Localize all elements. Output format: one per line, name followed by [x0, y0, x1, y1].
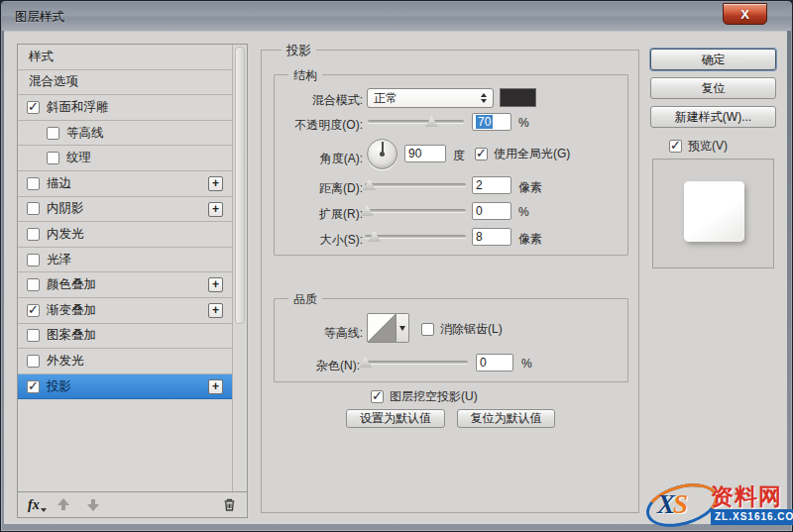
sidebar-item-label: 颜色叠加 [47, 276, 96, 293]
reset-button[interactable]: 复位 [650, 77, 776, 99]
spread-input[interactable]: 0 [472, 202, 511, 220]
sidebar-item-outer-glow[interactable]: 外发光 [18, 349, 232, 374]
contour-picker[interactable] [367, 313, 396, 343]
sidebar-item-styles[interactable]: 样式 [18, 45, 232, 70]
noise-label: 杂色(N): [275, 358, 360, 374]
sidebar-item-label: 光泽 [47, 252, 71, 268]
angle-input[interactable]: 90 [404, 145, 446, 162]
sidebar-item-label: 等高线 [66, 125, 104, 142]
checkbox[interactable] [27, 329, 40, 342]
slider-track[interactable] [365, 235, 466, 238]
checkbox[interactable] [421, 323, 434, 336]
spread-slider[interactable] [365, 203, 466, 217]
distance-slider[interactable] [365, 177, 466, 191]
preview-row[interactable]: 预览(V) [669, 138, 728, 155]
checkbox[interactable] [27, 278, 40, 291]
checkbox[interactable] [27, 304, 40, 317]
distance-input[interactable]: 2 [472, 176, 511, 194]
sidebar-item-gradient-overlay[interactable]: 渐变叠加 + [18, 298, 232, 324]
title-bar[interactable]: 图层样式 X [2, 2, 791, 31]
style-preview-box [652, 159, 774, 268]
slider-track[interactable] [365, 183, 466, 186]
checkbox[interactable] [669, 140, 682, 153]
checkbox[interactable] [27, 202, 40, 215]
scrollbar-thumb[interactable] [235, 47, 245, 324]
sidebar-item-texture[interactable]: 纹理 [18, 146, 232, 171]
angle-unit: 度 [453, 148, 465, 164]
slider-track[interactable] [363, 361, 468, 364]
sidebar-item-blending-options[interactable]: 混合选项 [18, 70, 232, 96]
checkbox[interactable] [27, 355, 40, 368]
chevron-updown-icon [481, 93, 487, 103]
sidebar-item-pattern-overlay[interactable]: 图案叠加 [18, 324, 232, 350]
slider-track[interactable] [368, 120, 464, 123]
preview-label: 预览(V) [688, 138, 728, 155]
move-effect-up-icon[interactable] [57, 498, 69, 511]
angle-label: 角度(A): [275, 151, 363, 167]
fx-menu-icon[interactable]: fx [28, 497, 40, 513]
sidebar-item-label: 渐变叠加 [47, 302, 96, 319]
close-icon[interactable]: X [723, 3, 767, 25]
watermark-logo: XS [657, 489, 686, 520]
blend-mode-value: 正常 [374, 90, 481, 107]
checkbox[interactable] [475, 148, 488, 160]
panel-title: 投影 [282, 43, 316, 59]
add-effect-icon[interactable]: + [208, 277, 223, 292]
spread-label: 扩展(R): [275, 206, 363, 223]
add-effect-icon[interactable]: + [208, 303, 223, 318]
checkbox[interactable] [27, 254, 40, 266]
add-effect-icon[interactable]: + [208, 379, 223, 394]
sidebar-item-drop-shadow[interactable]: 投影 + [18, 374, 232, 400]
sidebar-item-inner-shadow[interactable]: 内阴影 + [18, 197, 232, 223]
noise-unit: % [521, 357, 532, 371]
sidebar-item-contour[interactable]: 等高线 [18, 121, 232, 147]
contour-label: 等高线: [275, 325, 363, 342]
checkbox[interactable] [47, 127, 59, 140]
add-effect-icon[interactable]: + [208, 202, 223, 217]
checkbox[interactable] [27, 228, 40, 241]
watermark-site-url: ZL.XS1616.COM [711, 509, 793, 525]
noise-input[interactable]: 0 [476, 354, 513, 372]
sidebar-scrollbar[interactable] [232, 45, 247, 491]
anti-alias-row[interactable]: 消除锯齿(L) [421, 321, 503, 338]
angle-dial[interactable] [367, 139, 397, 169]
set-default-button[interactable]: 设置为默认值 [346, 409, 445, 428]
size-input[interactable]: 8 [472, 228, 511, 246]
sidebar-item-bevel-emboss[interactable]: 斜面和浮雕 [18, 95, 232, 121]
checkbox[interactable] [47, 152, 59, 164]
noise-slider[interactable] [363, 355, 468, 369]
shadow-color-swatch[interactable] [500, 88, 536, 107]
checkbox[interactable] [27, 380, 40, 393]
move-effect-down-icon[interactable] [87, 498, 99, 511]
opacity-input[interactable]: 70 [472, 113, 511, 131]
contour-dropdown-icon[interactable] [396, 313, 409, 343]
distance-unit: 像素 [518, 179, 542, 196]
watermark-site-name: 资料网 [711, 483, 793, 509]
effects-toolbar: fx [18, 491, 247, 517]
sidebar-item-inner-glow[interactable]: 内发光 [18, 222, 232, 248]
checkbox[interactable] [371, 390, 384, 403]
ok-button[interactable]: 确定 [650, 49, 776, 70]
sidebar-item-satin[interactable]: 光泽 [18, 248, 232, 273]
quality-group: 品质 等高线: 消除锯齿(L) 杂色(N): 0 % [274, 298, 628, 382]
size-label: 大小(S): [275, 232, 363, 249]
sidebar-item-label: 样式 [29, 49, 54, 65]
group-label: 品质 [288, 291, 322, 308]
sidebar-item-label: 描边 [47, 175, 71, 192]
checkbox[interactable] [27, 177, 40, 190]
checkbox[interactable] [27, 101, 40, 114]
watermark: XS 资料网 ZL.XS1616.COM [643, 481, 789, 529]
reset-default-button[interactable]: 复位为默认值 [457, 409, 555, 428]
size-slider[interactable] [365, 229, 466, 243]
sidebar-item-color-overlay[interactable]: 颜色叠加 + [18, 272, 232, 298]
delete-effect-icon[interactable] [222, 497, 237, 512]
drop-shadow-panel: 投影 结构 混合模式: 正常 不透明度(O): 70 % 角度(A): [261, 50, 639, 513]
sidebar-item-stroke[interactable]: 描边 + [18, 171, 232, 197]
blend-mode-select[interactable]: 正常 [367, 88, 494, 108]
new-style-button[interactable]: 新建样式(W)... [650, 106, 776, 128]
add-effect-icon[interactable]: + [208, 176, 223, 191]
use-global-light-row[interactable]: 使用全局光(G) [475, 146, 570, 162]
layer-knockout-row[interactable]: 图层挖空投影(U) [371, 388, 478, 405]
slider-track[interactable] [365, 209, 466, 212]
opacity-slider[interactable] [368, 114, 464, 128]
